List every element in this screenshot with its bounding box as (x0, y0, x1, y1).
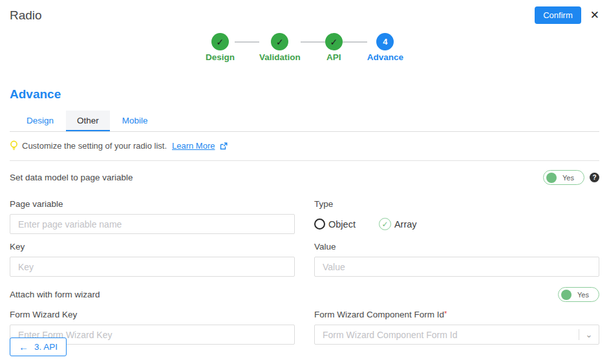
tab-design[interactable]: Design (16, 111, 65, 131)
tab-bar: Design Other Mobile (10, 111, 599, 132)
toggle-knob (561, 290, 572, 300)
chevron-down-icon: ⌄ (579, 330, 599, 339)
radio-option-label: Object (328, 219, 356, 230)
key-field: Key (10, 242, 295, 277)
footer: ← 3. API (10, 337, 67, 356)
form-wizard-component-label: Form Wizard Component Form Id* (314, 310, 599, 319)
step-label: Design (206, 52, 235, 62)
close-icon[interactable]: ✕ (590, 10, 599, 21)
back-arrow-icon: ← (19, 342, 28, 352)
stepper-step-api[interactable]: ✓ API (325, 33, 343, 62)
wizard-stepper: ✓ Design ✓ Validation ✓ API 4 Advance (0, 33, 609, 70)
stepper-connector (235, 41, 259, 43)
confirm-button[interactable]: Confirm (535, 6, 581, 24)
back-to-api-button[interactable]: ← 3. API (10, 337, 67, 356)
toggle-state-label: Yes (562, 174, 574, 182)
radio-option-object[interactable]: Object (314, 219, 356, 230)
info-text: Customize the setting of your radio list… (22, 141, 167, 151)
value-field: Value (314, 242, 599, 277)
stepper-step-design[interactable]: ✓ Design (206, 33, 235, 62)
stepper-connector (343, 41, 367, 43)
form-wizard-key-label: Form Wizard Key (10, 310, 295, 319)
value-label: Value (314, 242, 599, 252)
settings-form: Page variable Type Object ✓ Array Key Va… (10, 191, 599, 277)
form-wizard-form: Form Wizard Key Form Wizard Component Fo… (10, 302, 599, 345)
info-bar: Customize the setting of your radio list… (10, 132, 599, 161)
form-wizard-component-select[interactable]: Form Wizard Component Form Id ⌄ (314, 325, 599, 345)
step-label: Advance (367, 52, 403, 62)
page-title: Radio (10, 8, 42, 23)
form-wizard-row: Attach with form wizard Yes (10, 287, 599, 302)
page-variable-input[interactable] (10, 214, 295, 234)
data-model-label: Set data model to page variable (10, 173, 133, 182)
step-label: API (326, 52, 341, 62)
learn-more-link[interactable]: Learn More (172, 141, 215, 151)
back-button-label: 3. API (34, 342, 58, 352)
value-input[interactable] (314, 257, 599, 277)
page-variable-field: Page variable (10, 199, 295, 234)
external-link-icon (220, 142, 228, 150)
type-field: Type Object ✓ Array (314, 199, 599, 234)
toggle-knob (546, 173, 557, 183)
required-asterisk: * (444, 310, 447, 317)
step-number: 4 (376, 33, 394, 50)
radio-selected-check-icon: ✓ (379, 218, 391, 230)
radio-unselected-icon (314, 219, 325, 230)
step-check-icon: ✓ (271, 33, 288, 50)
tab-mobile[interactable]: Mobile (111, 111, 159, 131)
section-heading: Advance (10, 87, 599, 102)
data-model-toggle[interactable]: Yes (543, 170, 584, 185)
step-check-icon: ✓ (211, 33, 229, 50)
lightbulb-icon (10, 140, 18, 151)
toggle-state-label: Yes (577, 291, 589, 299)
form-wizard-component-label-text: Form Wizard Component Form Id (314, 310, 444, 319)
form-wizard-toggle[interactable]: Yes (558, 287, 599, 302)
page-variable-label: Page variable (10, 199, 295, 209)
stepper-connector (301, 41, 325, 43)
key-label: Key (10, 242, 295, 252)
form-wizard-label: Attach with form wizard (10, 290, 100, 299)
key-input[interactable] (10, 257, 295, 277)
type-radio-group: Object ✓ Array (314, 214, 599, 234)
radio-option-array[interactable]: ✓ Array (379, 218, 417, 230)
step-label: Validation (259, 52, 301, 62)
data-model-row: Set data model to page variable Yes ? (10, 170, 599, 185)
type-label: Type (314, 199, 599, 209)
stepper-step-validation[interactable]: ✓ Validation (259, 33, 301, 62)
radio-option-label: Array (394, 219, 417, 230)
stepper-step-advance[interactable]: 4 Advance (367, 33, 403, 62)
tab-other[interactable]: Other (66, 111, 110, 131)
form-wizard-component-field: Form Wizard Component Form Id* Form Wiza… (314, 310, 599, 345)
step-check-icon: ✓ (325, 33, 343, 50)
select-placeholder: Form Wizard Component Form Id (315, 330, 579, 340)
help-icon[interactable]: ? (590, 173, 599, 182)
dialog-header: Radio Confirm ✕ (0, 0, 609, 24)
